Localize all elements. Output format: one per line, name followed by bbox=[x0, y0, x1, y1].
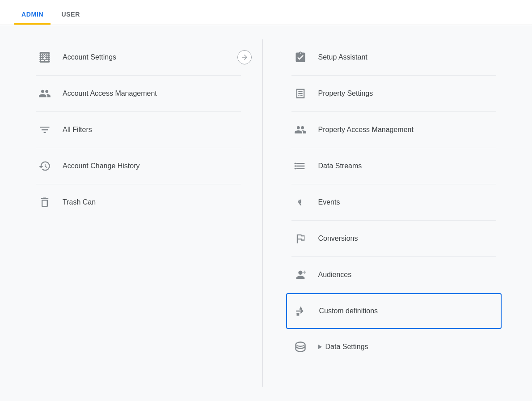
left-column: Account Settings Account Access Manageme… bbox=[36, 39, 263, 387]
right-column: Setup Assistant Property Settings Proper… bbox=[263, 39, 497, 387]
filter-icon bbox=[36, 121, 54, 139]
custom-definitions-icon bbox=[292, 302, 310, 320]
property-access-management-label: Property Access Management bbox=[318, 126, 414, 134]
main-content: Account Settings Account Access Manageme… bbox=[0, 25, 532, 401]
data-settings-label: Data Settings bbox=[325, 343, 368, 351]
history-icon bbox=[36, 157, 54, 175]
people-icon bbox=[36, 85, 54, 102]
data-settings-icon bbox=[291, 338, 309, 356]
sidebar-item-custom-definitions[interactable]: Custom definitions bbox=[286, 293, 502, 329]
sidebar-item-property-access-management[interactable]: Property Access Management bbox=[291, 112, 497, 148]
audiences-label: Audiences bbox=[318, 271, 352, 279]
building-icon bbox=[36, 48, 54, 66]
sidebar-item-trash-can[interactable]: Trash Can bbox=[36, 184, 241, 220]
sidebar-item-property-settings[interactable]: Property Settings bbox=[291, 76, 497, 112]
account-change-history-label: Account Change History bbox=[63, 162, 140, 170]
conversions-label: Conversions bbox=[318, 235, 358, 243]
sidebar-item-events[interactable]: Events bbox=[291, 184, 497, 221]
account-settings-label: Account Settings bbox=[63, 53, 116, 61]
sidebar-item-data-settings[interactable]: Data Settings bbox=[291, 329, 497, 365]
property-people-icon bbox=[291, 121, 309, 139]
setup-assistant-label: Setup Assistant bbox=[318, 53, 367, 61]
data-streams-icon bbox=[291, 157, 309, 175]
custom-definitions-label: Custom definitions bbox=[319, 307, 378, 315]
conversions-icon bbox=[291, 230, 309, 247]
sidebar-item-account-settings[interactable]: Account Settings bbox=[36, 39, 241, 76]
svg-rect-12 bbox=[296, 313, 299, 316]
property-settings-label: Property Settings bbox=[318, 90, 373, 98]
tab-user[interactable]: USER bbox=[54, 11, 87, 25]
svg-point-10 bbox=[294, 165, 296, 167]
audiences-icon bbox=[291, 266, 309, 284]
sidebar-item-data-streams[interactable]: Data Streams bbox=[291, 148, 497, 184]
tab-admin[interactable]: ADMIN bbox=[14, 11, 51, 25]
tab-bar: ADMIN USER bbox=[0, 0, 532, 25]
sidebar-item-all-filters[interactable]: All Filters bbox=[36, 112, 241, 148]
arrow-circle-icon bbox=[237, 50, 252, 64]
data-streams-label: Data Streams bbox=[318, 162, 362, 170]
clipboard-check-icon bbox=[291, 48, 309, 66]
events-label: Events bbox=[318, 198, 340, 206]
events-icon bbox=[291, 193, 309, 211]
all-filters-label: All Filters bbox=[63, 126, 92, 134]
trash-can-label: Trash Can bbox=[63, 198, 96, 206]
account-access-management-label: Account Access Management bbox=[63, 90, 157, 98]
trash-icon bbox=[36, 193, 54, 211]
svg-point-11 bbox=[294, 168, 296, 170]
sidebar-item-setup-assistant[interactable]: Setup Assistant bbox=[291, 39, 497, 76]
expand-triangle-icon bbox=[318, 345, 322, 349]
svg-point-9 bbox=[294, 162, 296, 164]
sidebar-item-account-access-management[interactable]: Account Access Management bbox=[36, 76, 241, 112]
property-icon bbox=[291, 85, 309, 102]
sidebar-item-audiences[interactable]: Audiences bbox=[291, 257, 497, 293]
sidebar-item-conversions[interactable]: Conversions bbox=[291, 221, 497, 257]
sidebar-item-account-change-history[interactable]: Account Change History bbox=[36, 148, 241, 184]
svg-marker-13 bbox=[299, 307, 302, 310]
